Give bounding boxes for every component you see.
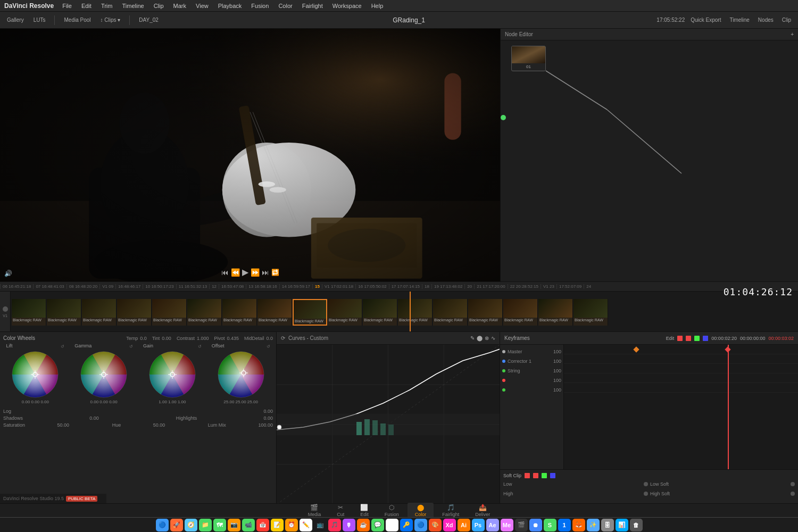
reminders-icon[interactable]: ⏰ (285, 519, 298, 531)
bin-name[interactable]: DAY_02 (136, 16, 161, 24)
curves-reset-icon[interactable]: ⟳ (281, 335, 285, 341)
appletv-icon[interactable]: 📺 (314, 519, 327, 531)
clip-item-15[interactable]: Blackmagic RAW (538, 299, 573, 326)
track-lock-btn[interactable] (3, 306, 8, 312)
clip-btn[interactable]: Clip (779, 16, 794, 24)
ps-icon[interactable]: Ps (472, 519, 485, 531)
gamma-reset-btn[interactable]: ↺ (129, 344, 133, 349)
files-icon[interactable]: 📁 (199, 519, 212, 531)
node-canvas[interactable]: 01 (501, 40, 798, 281)
nodes-btn[interactable]: Nodes (755, 16, 776, 24)
quick-export-btn[interactable]: Quick Export (688, 16, 724, 24)
gain-wheel[interactable] (148, 351, 196, 398)
gain-reset-btn[interactable]: ↺ (198, 344, 202, 349)
messages-icon[interactable]: 💬 (371, 519, 384, 531)
clip-item-13[interactable]: Blackmagic RAW (468, 299, 503, 326)
finder-icon[interactable]: 🔵 (156, 519, 169, 531)
curves-pencil-btn[interactable]: ✎ (470, 335, 475, 341)
cleanmymac-icon[interactable]: ✨ (587, 519, 600, 531)
music-icon[interactable]: 🎵 (328, 519, 341, 531)
launchpad-icon[interactable]: 🚀 (170, 519, 183, 531)
clip-item-2[interactable]: Blackmagic RAW (82, 299, 117, 326)
dashlane-icon[interactable]: 🔑 (400, 519, 413, 531)
lift-reset-btn[interactable]: ↺ (61, 344, 64, 349)
sc-b-btn[interactable] (550, 473, 555, 478)
play-btn[interactable]: ▶ (242, 267, 248, 277)
menu-workspace[interactable]: Workspace (330, 3, 364, 9)
sc-low-dot[interactable] (644, 482, 648, 486)
tab-fairlight[interactable]: 🎵 Fairlight (435, 503, 467, 518)
clip-item-0[interactable]: Blackmagic RAW (12, 299, 46, 326)
amphetamine-icon[interactable]: ☕ (357, 519, 370, 531)
maps-icon[interactable]: 🗺 (213, 519, 226, 531)
ae-icon[interactable]: Ae (486, 519, 499, 531)
clip-item-1[interactable]: Blackmagic RAW (47, 299, 81, 326)
clip-item-8[interactable]: Blackmagic RAW (293, 299, 327, 326)
tab-media[interactable]: 🎬 Media (301, 503, 329, 518)
proxyman-icon[interactable]: 🦊 (572, 519, 585, 531)
clip-item-10[interactable]: Blackmagic RAW (363, 299, 397, 326)
node-01[interactable]: 01 (511, 46, 546, 71)
clip-item-3[interactable]: Blackmagic RAW (117, 299, 152, 326)
clip-item-9[interactable]: Blackmagic RAW (328, 299, 362, 326)
clip-item-14[interactable]: Blackmagic RAW (503, 299, 538, 326)
clip-item-5[interactable]: Blackmagic RAW (187, 299, 222, 326)
menu-file[interactable]: File (60, 3, 74, 9)
tab-edit[interactable]: ⬜ Edit (353, 503, 376, 518)
menu-help[interactable]: Help (369, 3, 386, 9)
step-back-btn[interactable]: ⏪ (231, 268, 240, 277)
offset-reset-btn[interactable]: ↺ (267, 344, 270, 349)
notion-icon[interactable]: N (386, 519, 398, 531)
clip-item-12[interactable]: Blackmagic RAW (433, 299, 468, 326)
freeform-icon[interactable]: ✏️ (300, 519, 312, 531)
go-end-btn[interactable]: ⏭ (262, 268, 269, 277)
sc-r-btn[interactable] (525, 473, 530, 478)
menu-view[interactable]: View (194, 3, 211, 9)
curves-smooth-btn[interactable]: ∿ (491, 335, 495, 341)
finder2-icon[interactable]: 🔵 (414, 519, 427, 531)
1password-icon[interactable]: 1 (558, 519, 571, 531)
loop-btn[interactable]: 🔁 (271, 269, 279, 276)
tab-color[interactable]: ⬤ Color (408, 503, 434, 518)
istatmenus-icon[interactable]: 📊 (616, 519, 628, 531)
tab-deliver[interactable]: 📤 Deliver (468, 503, 497, 518)
clip-item-11[interactable]: Blackmagic RAW (398, 299, 433, 326)
clip-item-4[interactable]: Blackmagic RAW (152, 299, 187, 326)
figma-icon[interactable]: 🎨 (429, 519, 442, 531)
ai-icon[interactable]: Ai (458, 519, 470, 531)
menu-trim[interactable]: Trim (99, 3, 115, 9)
sc-r2-btn[interactable] (533, 473, 538, 478)
media-pool-btn[interactable]: Media Pool (61, 16, 93, 24)
timeline-btn[interactable]: Timeline (727, 16, 752, 24)
podcasts-icon[interactable]: 🎙 (343, 519, 355, 531)
gamma-wheel[interactable] (80, 351, 128, 398)
notes-icon[interactable]: 📝 (271, 519, 284, 531)
tab-cut[interactable]: ✂ Cut (329, 503, 352, 518)
screenflow-icon[interactable]: ⏺ (529, 519, 542, 531)
menu-fairlight[interactable]: Fairlight (300, 3, 325, 9)
archiver-icon[interactable]: 🗄 (601, 519, 614, 531)
xd-icon[interactable]: Xd (443, 519, 456, 531)
clips-btn[interactable]: ↕ Clips ▾ (98, 16, 123, 24)
tab-fusion[interactable]: ⬡ Fusion (377, 503, 406, 518)
menu-clip[interactable]: Clip (152, 3, 166, 9)
menu-color[interactable]: Color (276, 3, 294, 9)
go-start-btn[interactable]: ⏮ (221, 268, 229, 277)
sc-g-btn[interactable] (542, 473, 547, 478)
keyframes-timeline[interactable] (564, 345, 798, 469)
gallery-btn[interactable]: Gallery (4, 16, 27, 24)
curves-delete-btn[interactable]: ⊗ (485, 335, 489, 341)
sc-lowsoft-dot[interactable] (791, 482, 795, 486)
clip-item-7[interactable]: Blackmagic RAW (257, 299, 292, 326)
calendar-icon[interactable]: 📅 (256, 519, 269, 531)
sc-highsoft-dot[interactable] (791, 492, 795, 496)
luts-btn[interactable]: LUTs (31, 16, 48, 24)
menu-edit[interactable]: Edit (79, 3, 94, 9)
app-name[interactable]: DaVinci Resolve (4, 2, 54, 10)
step-fwd-btn[interactable]: ⏩ (251, 268, 260, 277)
menu-fusion[interactable]: Fusion (249, 3, 271, 9)
clip-item-6[interactable]: Blackmagic RAW (222, 299, 257, 326)
clip-item-16[interactable]: Blackmagic RAW (573, 299, 608, 326)
facetime-icon[interactable]: 📹 (242, 519, 255, 531)
menu-timeline[interactable]: Timeline (120, 3, 146, 9)
